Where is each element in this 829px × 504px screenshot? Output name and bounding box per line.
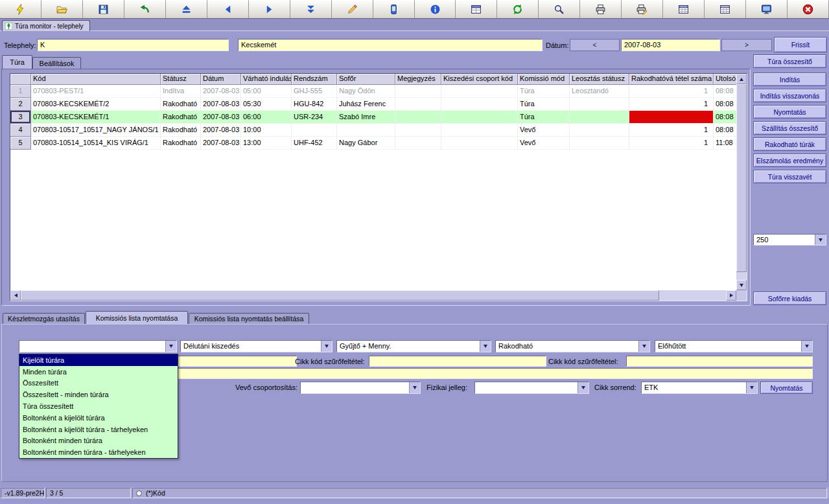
header-statusz[interactable]: Státusz <box>161 74 201 85</box>
toolbar-button-phone[interactable] <box>373 0 415 18</box>
table-row[interactable]: 5 070803-10514_10514_KIS VIRÁG/1 Rakodha… <box>10 137 736 150</box>
dropdown-item[interactable]: Boltonként a kijelölt túrára <box>19 412 178 424</box>
cikk-filter-input-2[interactable] <box>369 356 546 367</box>
toolbar-button-last[interactable] <box>290 0 332 18</box>
vertical-scroll-thumb[interactable] <box>736 84 747 272</box>
date-input[interactable]: 2007-08-03 <box>621 39 720 51</box>
statusz-combobox[interactable]: Rakodható <box>495 340 650 352</box>
toolbar-button-exit[interactable] <box>788 0 829 18</box>
formatum-combobox[interactable]: Gyűjtő + Menny. <box>336 340 491 352</box>
combo-arrow-button[interactable] <box>321 341 332 352</box>
dropdown-item[interactable]: Minden túrára <box>19 366 178 378</box>
header-rakodhatova[interactable]: Rakodhatóvá tétel száma <box>629 74 714 85</box>
combo-arrow-button[interactable] <box>409 382 420 393</box>
tura-visszavet-button[interactable]: Túra visszavét <box>753 170 826 183</box>
row-number[interactable]: 4 <box>10 124 31 137</box>
toolbar-button-refresh[interactable] <box>497 0 539 18</box>
fizikai-jelleg-combobox[interactable] <box>474 382 589 394</box>
toolbar-button-window[interactable] <box>456 0 497 18</box>
combo-arrow-button[interactable] <box>801 341 812 352</box>
tab-tura[interactable]: Túra <box>2 55 32 69</box>
cikk-sorrend-combobox[interactable]: ETK <box>641 382 758 394</box>
header-varhato-indulas[interactable]: Várható indulás <box>241 74 292 85</box>
header-komissio-mod[interactable]: Komissió mód <box>518 74 570 85</box>
tab-komissios-lista-nyomtatasa[interactable]: Komissiós lista nyomtatása <box>86 311 188 324</box>
limit-combobox[interactable]: 250 <box>753 234 826 246</box>
toolbar-button-eject[interactable] <box>166 0 207 18</box>
grid-horizontal-scrollbar[interactable] <box>10 290 736 301</box>
telephely-code-input[interactable]: K <box>37 39 229 51</box>
combo-arrow-button[interactable] <box>165 341 176 352</box>
nyomtatas-side-button[interactable]: Nyomtatás <box>753 105 826 119</box>
combo-arrow-button[interactable] <box>746 382 757 393</box>
horizontal-scroll-thumb[interactable] <box>21 290 659 301</box>
vevo-csoportositas-combobox[interactable] <box>300 382 421 394</box>
doc-tab-tura-monitor[interactable]: Túra monitor - telephely <box>2 20 90 31</box>
inditas-visszavonas-button[interactable]: Indítás visszavonás <box>753 89 826 102</box>
toolbar-button-info[interactable] <box>415 0 456 18</box>
row-number[interactable]: 3 <box>10 111 31 124</box>
toolbar-button-print-setup[interactable] <box>622 0 663 18</box>
dropdown-item[interactable]: Boltonként a kijelölt túrára - tárhelyek… <box>19 424 178 435</box>
combo-arrow-button[interactable] <box>578 382 589 393</box>
tura-osszesito-button[interactable]: Túra összesítő <box>753 54 826 68</box>
elszamolas-eredmeny-button[interactable]: Elszámolás eredmény <box>753 154 826 167</box>
toolbar-button-lightning[interactable] <box>0 0 41 18</box>
dropdown-item[interactable]: Összesített - minden túrára <box>19 389 178 400</box>
dropdown-item[interactable]: Boltonként minden túrára <box>19 435 178 447</box>
soforre-kiadas-button[interactable]: Sofőrre kiadás <box>753 292 826 305</box>
date-prev-button[interactable]: < <box>570 39 620 51</box>
scroll-up-button[interactable] <box>736 74 747 84</box>
dropdown-item[interactable]: Boltonként minden túrára - tárhelyeken <box>19 446 178 458</box>
table-row[interactable]: 2 070803-KECSKEMÉT/2 Rakodható 2007-08-0… <box>10 98 736 111</box>
row-number[interactable]: 2 <box>10 98 31 111</box>
header-sofor[interactable]: Sofőr <box>337 74 395 85</box>
nyomtatas-button[interactable]: Nyomtatás <box>760 382 813 394</box>
header-kod[interactable]: Kód <box>31 74 161 85</box>
row-number[interactable]: 1 <box>10 85 31 98</box>
toolbar-button-open[interactable] <box>41 0 83 18</box>
combo-arrow-button[interactable] <box>480 341 491 352</box>
tab-beallitasok[interactable]: Beállítások <box>32 57 81 69</box>
toolbar-button-edit[interactable] <box>332 0 373 18</box>
tura-valaszto-combobox[interactable] <box>19 340 177 352</box>
row-number[interactable]: 5 <box>10 137 31 150</box>
combo-arrow-button[interactable] <box>815 235 826 245</box>
dropdown-item[interactable]: Túra összesített <box>19 400 178 412</box>
rakodhato-turak-button[interactable]: Rakodható túrák <box>753 137 826 151</box>
hutes-combobox[interactable]: Előhűtött <box>655 340 813 352</box>
szallitas-osszesito-button[interactable]: Szállítás összesítő <box>753 121 826 135</box>
scroll-left-button[interactable] <box>10 290 21 301</box>
header-utolso[interactable]: Utolsó <box>714 74 736 85</box>
scroll-right-button[interactable] <box>726 290 736 301</box>
table-row-selected[interactable]: 3 070803-KECSKEMÉT/1 Rakodható 2007-08-0… <box>10 111 736 124</box>
tab-komissios-lista-beallitasa[interactable]: Komissiós lista nyomtatás beállítása <box>189 313 309 324</box>
tab-keszletmozgas-utasitas[interactable]: Készletmozgás utasítás <box>3 313 85 324</box>
inditas-button[interactable]: Indítás <box>753 73 826 86</box>
toolbar-button-prev[interactable] <box>207 0 249 18</box>
toolbar-button-undo[interactable] <box>124 0 166 18</box>
cikk-filter-input-3[interactable] <box>626 356 813 367</box>
toolbar-button-next[interactable] <box>249 0 290 18</box>
header-kiszedesi-csoport[interactable]: Kiszedési csoport kód <box>441 74 518 85</box>
combo-arrow-button[interactable] <box>638 341 649 352</box>
dropdown-item[interactable]: Összesített <box>19 378 178 389</box>
header-rendszam[interactable]: Rendszám <box>292 74 337 85</box>
toolbar-button-grid[interactable] <box>705 0 746 18</box>
table-row[interactable]: 4 070803-10517_10517_NAGY JÁNOS/1 Rakodh… <box>10 124 736 137</box>
toolbar-button-monitor[interactable] <box>746 0 788 18</box>
grid-vertical-scrollbar[interactable] <box>736 74 747 290</box>
table-row[interactable]: 1 070803-PEST/1 Indítva 2007-08-03 05:00… <box>10 85 736 98</box>
dropdown-item[interactable]: Kijelölt túrára <box>19 354 178 366</box>
refresh-button[interactable]: Frissít <box>774 37 827 52</box>
date-next-button[interactable]: > <box>721 39 772 51</box>
header-megjegyzes[interactable]: Megjegyzés <box>395 74 441 85</box>
header-leosztas-statusz[interactable]: Leosztás státusz <box>570 74 629 85</box>
header-datum[interactable]: Dátum <box>201 74 241 85</box>
toolbar-button-search[interactable] <box>539 0 580 18</box>
toolbar-button-grid-report[interactable] <box>663 0 705 18</box>
telephely-name-field[interactable]: Kecskemét <box>238 39 543 51</box>
toolbar-button-print[interactable] <box>580 0 622 18</box>
kiszedes-combobox[interactable]: Délutáni kiszedés <box>180 340 333 352</box>
toolbar-button-save[interactable] <box>83 0 124 18</box>
